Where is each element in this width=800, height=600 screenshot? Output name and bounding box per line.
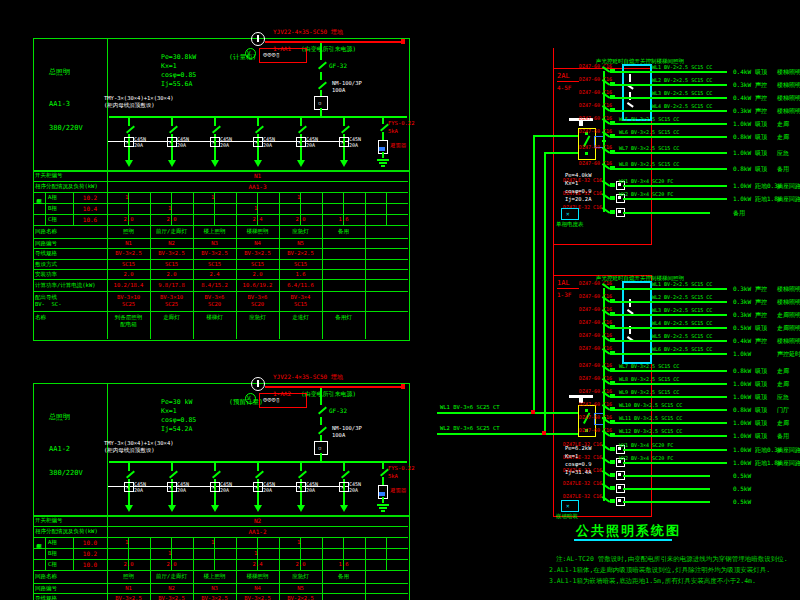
table-tick: 1 bbox=[125, 539, 128, 546]
line bbox=[382, 463, 384, 469]
calc-line: Ij=55.6A bbox=[161, 81, 192, 89]
arrow-icon bbox=[254, 505, 262, 512]
main-breaker2-label: NM-100/3P 100A bbox=[332, 425, 362, 438]
line bbox=[300, 118, 302, 126]
table-cell: 2.4 bbox=[193, 271, 236, 278]
table-vline bbox=[73, 537, 74, 570]
branch-line bbox=[615, 71, 727, 73]
table-row-label: B相 bbox=[48, 205, 57, 212]
feeder-label: C45N 20A bbox=[349, 136, 361, 148]
rcd-icon bbox=[618, 210, 621, 213]
branch-line bbox=[623, 462, 727, 464]
feeder-box-icon: × bbox=[298, 484, 301, 490]
table-vline bbox=[73, 192, 74, 225]
branch-spec-label: WL4 BV-2×2.5 SC15 CC bbox=[652, 103, 712, 109]
line bbox=[382, 497, 384, 503]
table-cell: N1 bbox=[107, 585, 150, 592]
arrow-icon bbox=[125, 505, 133, 512]
riser-floors: 1-3F bbox=[557, 291, 571, 298]
table-row-label: 开关柜编号 bbox=[35, 172, 63, 179]
branch-spec-label: WX2 BV-3×4 SC20 FC bbox=[619, 191, 673, 197]
table-phase-sub: 10.0 bbox=[75, 561, 105, 568]
table-cell: SC15 bbox=[279, 261, 322, 268]
branch-spec-label: WL7 BV-3×2.5 SC15 CC bbox=[619, 145, 679, 151]
branch-name-label: 楼梯照明 bbox=[777, 68, 800, 75]
table-cell: SC15 bbox=[107, 261, 150, 268]
table-tick: 1 bbox=[297, 539, 300, 546]
kwh-meter-box bbox=[561, 208, 579, 220]
line bbox=[171, 118, 173, 126]
table-group-label: 相序分配 bbox=[36, 539, 42, 568]
table-cell: 2.4 bbox=[236, 561, 279, 568]
table-cell: 照明 bbox=[107, 228, 150, 235]
branch-spec-label: WX1 BV-3×4 SC20 FC bbox=[619, 442, 673, 448]
branch-line bbox=[623, 185, 727, 187]
branch-mount-label: 吸顶 bbox=[755, 68, 767, 75]
riser-calc-line: cosφ=0.9 bbox=[565, 461, 592, 468]
line bbox=[382, 477, 384, 485]
branch-mount-label: 声控 bbox=[755, 285, 767, 292]
ground-icon bbox=[379, 162, 387, 164]
feeder-box-icon: × bbox=[169, 484, 172, 490]
branch-mount-label: 吸顶 bbox=[755, 133, 767, 140]
link-line bbox=[533, 135, 578, 137]
arrester-label: 避雷器 bbox=[390, 487, 407, 494]
branch-spec-label: WL5 BV-3×2.5 SC15 CC bbox=[619, 116, 679, 122]
calc-line: Ij=54.2A bbox=[161, 426, 192, 434]
branch-name-label: 楼梯照明 bbox=[777, 107, 800, 114]
table-hline bbox=[33, 291, 408, 292]
table-hline bbox=[33, 203, 408, 204]
table-vline bbox=[365, 537, 366, 600]
line bbox=[257, 118, 259, 126]
table-row-label: 相序分配情况及负荷(kW) bbox=[35, 183, 98, 190]
kwh-meter-icon: × bbox=[566, 210, 570, 217]
branch-spec-label: WL7 BV-3×2.5 SC15 CC bbox=[619, 363, 679, 369]
panel-side-label: 总照明 bbox=[49, 68, 70, 76]
rcd-icon bbox=[618, 486, 621, 489]
table-cell: 10.2/18.4 bbox=[107, 282, 150, 289]
drawing-note: 2.AL1-1箱体,在走廊内吸顶暗装敷设到位,灯具除注明外均为吸顶安装灯具. bbox=[549, 566, 770, 574]
table-cell: 走道灯 bbox=[279, 314, 322, 321]
table-tick: 1 bbox=[125, 194, 128, 201]
branch-kw-value: 0.5kW bbox=[733, 485, 751, 492]
branch-name-label: 走廊 bbox=[777, 120, 789, 127]
table-vline-half bbox=[386, 192, 387, 225]
light-control-box bbox=[622, 281, 652, 364]
branch-mount-label: 吸顶 bbox=[755, 165, 767, 172]
riser-tag-underline bbox=[557, 288, 579, 289]
table-cell: 楼梯照明 bbox=[236, 228, 279, 235]
branch-mount-label: 吸顶 bbox=[755, 393, 767, 400]
table-cell: 应急灯 bbox=[279, 573, 322, 580]
table-row-label: 回路名称 bbox=[35, 228, 57, 235]
arrow-icon bbox=[168, 160, 176, 167]
meter-glyphs-icon: ⊙⊙⊙▯ bbox=[263, 51, 280, 59]
branch-spec-label: WL1 BV-2×2.5 SC15 CC bbox=[652, 64, 712, 70]
branch-mount-label: 声控 bbox=[755, 298, 767, 305]
control-breaker-icon bbox=[629, 299, 631, 307]
branch-name-label: 走廊 bbox=[777, 133, 789, 140]
branch-spec-label: WL11 BV-3×2.5 SC15 CC bbox=[619, 415, 682, 421]
table-cell: BV-3×2.5 bbox=[236, 250, 279, 257]
branch-spec-label: WL2 BV-2×2.5 SC15 CC bbox=[652, 294, 712, 300]
branch-name-label: 备用 bbox=[777, 432, 789, 439]
link-line bbox=[544, 152, 578, 154]
table-cell: N5 bbox=[279, 240, 322, 247]
table-cell: 1.6 bbox=[322, 216, 365, 223]
table-vline bbox=[365, 192, 366, 339]
branch-mount-label: 吸顶 bbox=[755, 149, 767, 156]
branch-line bbox=[615, 152, 727, 154]
branch-spec-label: WL4 BV-2×2.5 SC15 CC bbox=[652, 320, 712, 326]
table-cell: 2.0 bbox=[150, 561, 193, 568]
table-tick: 1 bbox=[168, 205, 171, 212]
table-cell: SC15 bbox=[236, 261, 279, 268]
table-cell: 2.0 bbox=[279, 216, 322, 223]
arrow-icon bbox=[125, 160, 133, 167]
arrow-icon bbox=[340, 160, 348, 167]
riser-meter-note: 嵌墙暗装 bbox=[556, 513, 578, 520]
voltmeter-icon: V bbox=[247, 394, 251, 401]
table-row-label: 回路名称 bbox=[35, 573, 57, 580]
isolator-icon: ▫ bbox=[318, 99, 322, 106]
table-cell: 2.4 bbox=[236, 216, 279, 223]
incoming-tick bbox=[401, 384, 405, 389]
arrester-box bbox=[379, 492, 385, 496]
